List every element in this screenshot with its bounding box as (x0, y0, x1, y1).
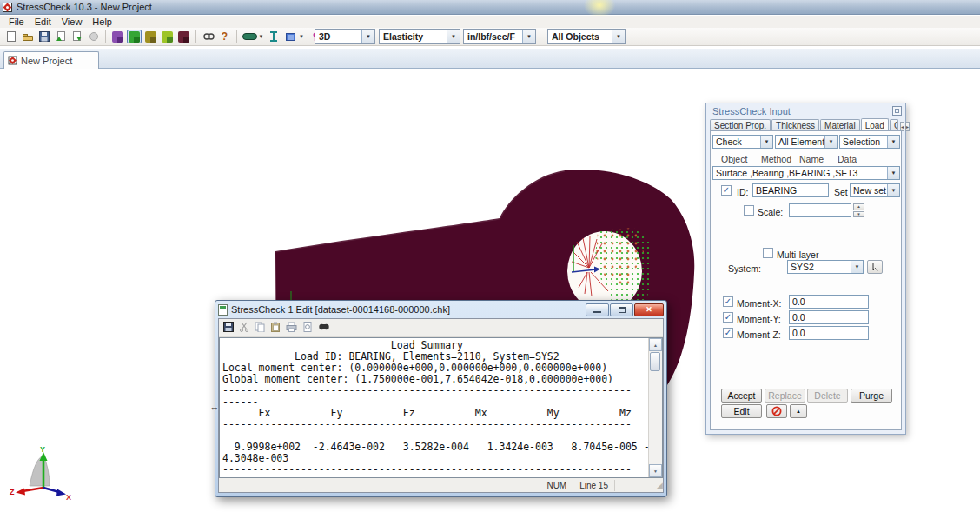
scrollbar-thumb[interactable] (650, 352, 660, 371)
tab-section-prop[interactable]: Section Prop. (710, 119, 771, 131)
panel-tabstrip: Section Prop. Thickness Material Load Co… (710, 118, 902, 131)
collapse-button[interactable]: ▲ (790, 404, 807, 418)
triad-x-arrowhead (56, 489, 66, 496)
column-method: Method (761, 154, 791, 164)
moment-z-checkbox[interactable]: ✓ (723, 328, 733, 338)
tab-thickness[interactable]: Thickness (771, 119, 819, 131)
document-tabstrip: New Project (0, 49, 980, 69)
objects-filter-combo[interactable]: All Objects▼ (547, 29, 626, 44)
export-icon[interactable] (70, 30, 84, 43)
maximize-button[interactable] (610, 303, 633, 316)
editor-vertical-scrollbar[interactable]: ▲ ▼ (648, 338, 662, 477)
editor-dialog-title: StressCheck 1 Edit [dataset-00014168-000… (231, 304, 450, 315)
moment-z-label: Moment-Z: (737, 329, 781, 340)
multilayer-checkbox[interactable] (763, 248, 773, 258)
minimize-button[interactable] (586, 303, 609, 316)
panel-title: StressCheck Input (712, 106, 791, 116)
moment-x-input[interactable] (789, 295, 869, 309)
scroll-down-arrow[interactable]: ▼ (649, 464, 662, 477)
section-ibeam-icon[interactable] (266, 30, 281, 43)
menu-file[interactable]: File (3, 17, 30, 27)
id-label: ID: (737, 187, 748, 197)
toolbar-separator (105, 30, 106, 43)
zoom-fit-icon[interactable] (201, 30, 215, 43)
delete-button[interactable]: Delete (807, 389, 848, 403)
editor-doc-icon (218, 304, 228, 316)
editor-cut-icon[interactable] (239, 320, 249, 336)
system-select[interactable]: SYS2▼ (787, 260, 864, 274)
accept-button[interactable]: Accept (721, 389, 762, 403)
stresscheck-input-panel: StressCheck Input Section Prop. Thicknes… (705, 103, 906, 435)
tab-new-project[interactable]: New Project (3, 51, 99, 69)
record-icon[interactable] (86, 30, 101, 43)
scope-select[interactable]: All Elements▼ (775, 135, 838, 149)
app-logo-icon (3, 3, 12, 12)
column-data: Data (838, 154, 857, 164)
open-project-icon[interactable] (20, 30, 35, 43)
constraint-tool-icon[interactable] (176, 30, 191, 43)
new-document-icon[interactable] (3, 30, 18, 43)
moment-y-checkbox[interactable]: ✓ (723, 312, 733, 323)
resize-grip[interactable]: ◢ (651, 481, 663, 489)
menu-edit[interactable]: Edit (30, 17, 56, 27)
save-icon[interactable] (36, 30, 51, 43)
editor-print-preview-icon[interactable] (302, 320, 313, 336)
record-select[interactable]: Surface ,Bearing ,BEARING ,SET3▼ (712, 166, 900, 180)
mesh-tool-icon-active[interactable] (127, 30, 142, 43)
id-checkbox[interactable]: ✓ (721, 185, 732, 196)
editor-dialog: StressCheck 1 Edit [dataset-00014168-000… (215, 300, 667, 497)
scale-checkbox[interactable] (744, 205, 754, 216)
editor-statusbar: NUM Line 15 ◢ (219, 478, 663, 492)
scale-spinner[interactable]: ▲▼ (853, 203, 864, 217)
column-object: Object (721, 154, 747, 164)
moment-z-input[interactable] (789, 326, 869, 340)
editor-text-area[interactable]: Load Summary Load ID: BEARING, Elements=… (219, 337, 663, 478)
panel-pin-button[interactable] (892, 106, 902, 116)
editor-save-icon[interactable] (223, 320, 234, 336)
help-icon[interactable]: ? (217, 30, 232, 43)
scroll-up-arrow[interactable]: ▲ (649, 338, 662, 351)
num-lock-indicator: NUM (540, 480, 573, 491)
close-button[interactable]: ✕ (634, 303, 664, 316)
tab-load[interactable]: Load (861, 118, 889, 131)
triad-x-label: X (66, 493, 71, 502)
units-combo[interactable]: in/lbf/sec/F▼ (463, 29, 536, 44)
editor-copy-icon[interactable] (255, 320, 265, 336)
material-tool-icon[interactable] (143, 30, 158, 43)
moment-y-input[interactable] (789, 310, 869, 324)
menu-help[interactable]: Help (87, 17, 117, 27)
display-style-dropdown[interactable]: ▼ (242, 30, 264, 43)
load-summary-text: Load Summary Load ID: BEARING, Elements=… (220, 338, 662, 476)
scale-input[interactable] (789, 203, 851, 217)
coordinate-triad: Y Z X (9, 444, 73, 502)
tab-material[interactable]: Material (820, 119, 860, 131)
editor-paste-icon[interactable] (270, 320, 281, 336)
project-tab-label: New Project (21, 56, 72, 66)
tab-const[interactable]: Const (890, 119, 898, 131)
system-pick-button[interactable] (867, 260, 883, 274)
purge-button[interactable]: Purge (851, 389, 892, 403)
editor-find-icon[interactable] (318, 320, 330, 336)
import-icon[interactable] (53, 30, 68, 43)
analysis-type-combo[interactable]: Elasticity▼ (379, 29, 460, 44)
cancel-operation-button[interactable] (766, 404, 787, 418)
moment-x-checkbox[interactable]: ✓ (723, 296, 733, 307)
edit-button[interactable]: Edit (721, 404, 762, 418)
mouse-cursor: ⇔ (209, 402, 220, 414)
editor-print-icon[interactable] (286, 320, 297, 336)
method-select[interactable]: Selection▼ (839, 135, 900, 149)
scale-label: Scale: (758, 207, 783, 217)
menu-view[interactable]: View (56, 17, 88, 27)
triad-x-axis (43, 488, 59, 492)
view-layers-dropdown[interactable]: ▼ (282, 30, 307, 43)
id-input[interactable] (752, 183, 829, 197)
tab-scroll-right[interactable]: ▸ (905, 122, 910, 131)
editor-dialog-titlebar[interactable]: StressCheck 1 Edit [dataset-00014168-000… (218, 301, 664, 318)
action-select[interactable]: Check▼ (712, 135, 773, 149)
dimension-combo[interactable]: 3D▼ (315, 29, 375, 44)
menu-bar: File Edit View Help (0, 16, 980, 28)
load-tool-icon[interactable] (160, 30, 175, 43)
geometry-tool-icon[interactable] (110, 30, 125, 43)
set-select[interactable]: New set▼ (850, 183, 900, 197)
replace-button[interactable]: Replace (765, 389, 805, 403)
